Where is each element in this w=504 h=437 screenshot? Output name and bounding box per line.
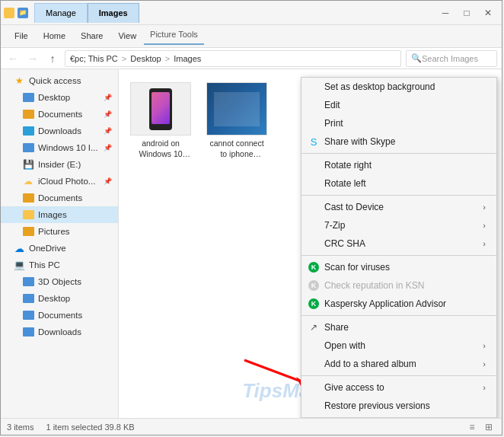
this-pc-icon: 💻 xyxy=(13,259,25,271)
sidebar-label-windows10: Windows 10 I... xyxy=(38,143,98,152)
cm-restore-versions[interactable]: Restore previous versions xyxy=(301,397,496,415)
cm-rotate-right[interactable]: Rotate right xyxy=(301,156,496,174)
sidebar-item-this-pc[interactable]: 💻 This PC xyxy=(1,257,118,273)
search-box[interactable]: 🔍 Search Images xyxy=(406,50,497,67)
cm-set-background[interactable]: Set as desktop background xyxy=(301,78,496,96)
cm-arrow-album: › xyxy=(483,359,486,368)
sidebar-item-desktop[interactable]: Desktop 📌 xyxy=(1,89,118,106)
share-icon: ↗ xyxy=(308,321,320,333)
folder-icon: 📁 xyxy=(18,8,28,18)
tab-share[interactable]: Share xyxy=(73,28,110,45)
tab-picture-tools[interactable]: Picture Tools xyxy=(144,28,204,45)
cm-open-with[interactable]: Open with › xyxy=(301,337,496,355)
breadcrumb[interactable]: €pc; This PC > Desktop > Images xyxy=(65,50,401,67)
sidebar-item-documents3[interactable]: Documents xyxy=(1,307,118,324)
cm-arrow-give-access: › xyxy=(483,383,486,392)
sidebar-item-documents2[interactable]: Documents xyxy=(1,190,118,206)
sidebar-item-desktop2[interactable]: Desktop xyxy=(1,290,118,307)
breadcrumb-images: Images xyxy=(174,54,201,63)
sidebar-item-icloud[interactable]: ☁ iCloud Photo... 📌 xyxy=(1,173,118,190)
sidebar-item-3d-objects[interactable]: 3D Objects xyxy=(1,273,118,290)
cm-label-crc-sha: CRC SHA xyxy=(324,238,365,249)
details-view-button[interactable]: ≡ xyxy=(465,420,479,434)
sidebar-item-quick-access[interactable]: ★ Quick access xyxy=(1,72,118,89)
cm-label-reputation: Check reputation in KSN xyxy=(324,280,424,291)
cm-give-access[interactable]: Give access to › xyxy=(301,378,496,397)
cm-cast[interactable]: Cast to Device › xyxy=(301,198,496,216)
sidebar: ★ Quick access Desktop 📌 Documents 📌 Dow… xyxy=(1,69,119,418)
icloud-icon: ☁ xyxy=(22,175,34,187)
phone-screen xyxy=(152,92,170,124)
cm-7zip[interactable]: 7-Zip › xyxy=(301,216,496,234)
sidebar-label-pictures: Pictures xyxy=(38,227,70,236)
cm-crc-sha[interactable]: CRC SHA › xyxy=(301,234,496,253)
sidebar-item-windows10[interactable]: Windows 10 I... 📌 xyxy=(1,139,118,156)
tab-home[interactable]: Home xyxy=(36,28,73,45)
ribbon-tabs: File Home Share View Picture Tools xyxy=(7,28,204,45)
forward-button[interactable]: → xyxy=(25,51,40,66)
sidebar-item-documents[interactable]: Documents 📌 xyxy=(1,106,118,123)
cm-share-skype[interactable]: S Share with Skype xyxy=(301,132,496,151)
cm-label-share-skype: Share with Skype xyxy=(324,136,395,147)
skype-icon: S xyxy=(308,136,320,148)
back-button[interactable]: ← xyxy=(5,51,21,66)
context-menu: Set as desktop background Edit Print S S… xyxy=(301,77,497,418)
sidebar-label-downloads: Downloads xyxy=(38,126,81,136)
blue-shape xyxy=(207,83,266,135)
title-icons: 📁 xyxy=(4,8,28,18)
sidebar-label-desktop2: Desktop xyxy=(38,294,70,303)
svg-line-0 xyxy=(244,360,305,383)
kaspersky-shield-icon: K xyxy=(308,261,320,273)
cm-print[interactable]: Print xyxy=(301,114,496,132)
pin-icon-desktop: 📌 xyxy=(104,94,112,101)
maximize-button[interactable]: □ xyxy=(456,2,477,24)
breadcrumb-text: €pc; This PC > Desktop > Images xyxy=(70,54,201,63)
tab-view[interactable]: View xyxy=(110,28,144,45)
file-item-cannot-connect[interactable]: cannot connect to iphone hotspot Windows… xyxy=(203,77,271,164)
up-button[interactable]: ↑ xyxy=(45,51,60,66)
cm-label-print: Print xyxy=(324,118,343,129)
folder-icon-downloads xyxy=(22,125,34,137)
cm-divider-4 xyxy=(301,315,496,316)
sidebar-label-icloud: iCloud Photo... xyxy=(38,177,95,186)
tab-file[interactable]: File xyxy=(7,28,36,45)
sidebar-item-downloads2[interactable]: Downloads xyxy=(1,324,118,340)
cm-divider-2 xyxy=(301,195,496,196)
thumb-cannot-connect xyxy=(206,82,267,136)
cm-kaspersky-advisor[interactable]: K Kaspersky Application Advisor xyxy=(301,295,496,313)
sidebar-item-onedrive[interactable]: ☁ OneDrive xyxy=(1,240,118,257)
search-placeholder: Search Images xyxy=(422,54,478,63)
cm-label-share: Share xyxy=(324,322,349,333)
cm-share[interactable]: ↗ Share xyxy=(301,318,496,337)
cm-rotate-left[interactable]: Rotate left xyxy=(301,174,496,193)
minimize-button[interactable]: ─ xyxy=(435,2,456,24)
thumb-android xyxy=(130,82,191,136)
cm-arrow-7zip: › xyxy=(483,221,486,230)
sidebar-label-quick-access: Quick access xyxy=(29,76,81,85)
cm-label-rotate-right: Rotate right xyxy=(324,160,372,171)
cm-scan-viruses[interactable]: K Scan for viruses xyxy=(301,258,496,276)
file-item-android[interactable]: android on Windows 10 pic02.webp xyxy=(126,77,195,164)
sidebar-item-downloads[interactable]: Downloads 📌 xyxy=(1,123,118,139)
manage-tab[interactable]: Manage xyxy=(34,3,88,23)
cm-label-open-with: Open with xyxy=(324,340,365,351)
folder-icon-3d xyxy=(22,276,34,288)
sidebar-item-images[interactable]: Images xyxy=(1,206,118,223)
cm-arrow-cast: › xyxy=(483,203,486,212)
cm-label-rotate-left: Rotate left xyxy=(324,178,366,189)
sidebar-label-images: Images xyxy=(38,210,67,219)
selected-info: 1 item selected 39.8 KB xyxy=(46,423,134,432)
close-button[interactable]: ✕ xyxy=(477,2,499,24)
sidebar-item-insider[interactable]: 💾 Insider (E:) xyxy=(1,156,118,173)
tiles-view-button[interactable]: ⊞ xyxy=(482,420,496,434)
cm-label-advisor: Kaspersky Application Advisor xyxy=(324,298,446,309)
sidebar-item-pictures[interactable]: Pictures xyxy=(1,223,118,240)
images-tab[interactable]: Images xyxy=(88,3,139,23)
sidebar-label-documents: Documents xyxy=(38,110,82,119)
cm-add-album[interactable]: Add to a shared album › xyxy=(301,355,496,373)
onedrive-icon: ☁ xyxy=(13,242,25,254)
cm-label-add-album: Add to a shared album xyxy=(324,359,416,369)
sidebar-label-desktop: Desktop xyxy=(38,93,70,102)
pin-icon-documents: 📌 xyxy=(104,110,112,118)
cm-edit[interactable]: Edit xyxy=(301,96,496,114)
